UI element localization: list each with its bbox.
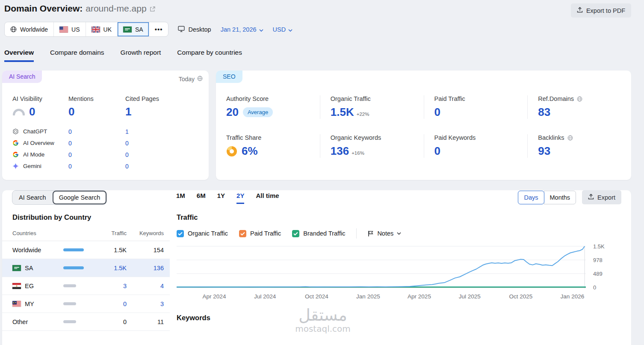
metric-number: 1.5K [331,106,354,119]
metric-number: 0 [68,105,74,118]
location-us[interactable]: US [54,22,86,36]
device-selector[interactable]: Desktop [178,26,211,33]
seo-metric-backlinks: Backlinks93 [527,134,631,158]
period-selector[interactable]: Today [179,76,203,83]
ai-engine-row-ai-mode[interactable]: AI Mode00 [12,149,198,160]
ai-metric-ai-visibility: AI Visibility0 [12,95,68,118]
engine-cited-pages: 0 [125,163,198,170]
engine-name: Gemini [23,163,68,169]
more-locations-button[interactable]: ••• [149,22,168,36]
checkbox-checked-icon[interactable] [239,230,246,237]
country-row-eg[interactable]: EG34 [2,277,170,295]
metric-label: Paid Traffic [434,95,520,102]
svg-text:Oct 2024: Oct 2024 [305,293,328,300]
engine-cited-pages: 0 [125,151,198,158]
country-keywords: 3 [127,301,164,307]
location-uk[interactable]: UK [86,22,118,36]
chatgpt-icon [12,128,23,135]
ai-metric-mentions: Mentions0 [68,95,125,118]
column-countries: Countries [12,230,55,236]
engine-name: ChatGPT [23,128,68,135]
spacer [55,230,92,236]
time-range-tabs: 1M6M1Y2YAll time [176,192,279,204]
range-1y[interactable]: 1Y [217,192,225,204]
sa-flag-icon [123,27,132,32]
range-6m[interactable]: 6M [197,192,206,204]
seo-metric-paid-keywords: Paid Keywords0 [424,134,528,158]
country-keywords: 4 [127,283,164,289]
country-name: MY [12,301,55,307]
metric-delta: +22% [357,112,369,117]
country-label: EG [25,283,34,289]
checkbox-checked-icon[interactable] [292,230,299,237]
currency-label: USD [273,26,286,33]
country-row-sa[interactable]: SA1.5K136 [2,259,170,277]
external-link-icon[interactable] [150,6,155,12]
granularity-months[interactable]: Months [544,191,576,204]
seo-badge: SEO [216,71,242,83]
country-traffic: 0 [92,318,127,325]
location-sa[interactable]: SA [118,22,149,36]
legend-branded-traffic[interactable]: Branded Traffic [292,230,345,237]
metric-value: 20Average [226,106,312,119]
traffic-title: Traffic [177,213,631,221]
chart-legend: Organic TrafficPaid TrafficBranded Traff… [177,228,631,239]
legend-label: Organic Traffic [188,230,228,237]
chevron-down-icon [259,26,263,33]
globe-icon [577,96,582,102]
ai-engine-row-gemini[interactable]: Gemini00 [12,160,198,172]
gemini-icon [12,163,23,169]
tab-compare-by-countries[interactable]: Compare by countries [177,49,242,62]
range-2y[interactable]: 2Y [236,192,244,204]
ai-engine-rows: ChatGPT01AI Overview00AI Mode00Gemini00 [2,126,209,172]
metric-number: 0 [434,106,440,119]
location-worldwide[interactable]: Worldwide [5,22,54,36]
notes-dropdown[interactable]: Notes [368,230,401,237]
search-toggle-ai-search[interactable]: AI Search [12,191,53,204]
chevron-down-icon [288,26,292,33]
legend-label: Branded Traffic [303,230,345,237]
metric-value: 1.5K+22% [331,106,416,119]
right-controls: DaysMonths Export [518,190,621,204]
granularity-days[interactable]: Days [518,191,544,204]
country-traffic: 0 [92,301,127,307]
seo-card: SEO Authority Score20AverageOrganic Traf… [216,71,631,180]
seo-metric-organic-keywords: Organic Keywords136+16% [320,134,424,158]
domain-overview-page: Domain Overview: around-me.app Export to… [0,0,644,345]
country-traffic: 1.5K [92,265,127,271]
search-type-toggle: AI SearchGoogle Search [12,190,107,205]
ai-engine-row-chatgpt[interactable]: ChatGPT01 [12,126,198,137]
country-label: Worldwide [12,247,41,254]
country-keywords: 136 [127,265,164,271]
legend-paid-traffic[interactable]: Paid Traffic [239,230,281,237]
range-all-time[interactable]: All time [256,192,279,204]
country-label: SA [25,265,33,271]
metric-number: 0 [434,144,440,158]
country-row-my[interactable]: MY03 [2,295,170,313]
checkbox-checked-icon[interactable] [177,230,184,237]
tab-compare-domains[interactable]: Compare domains [50,49,104,62]
tab-overview[interactable]: Overview [4,49,34,62]
seo-metric-traffic-share: Traffic Share6% [216,134,320,158]
export-pdf-button[interactable]: Export to PDF [571,3,631,18]
globe-icon [10,26,17,32]
traffic-line-chart[interactable]: 1.5K9784890Apr 2024Jul 2024Oct 2024Jan 2… [177,243,621,307]
metric-value: 93 [538,144,623,158]
date-selector[interactable]: Jan 21, 2026 [221,26,263,33]
metric-label-text: Organic Traffic [331,95,371,102]
ai-engine-row-ai-overview[interactable]: AI Overview00 [12,137,198,149]
divider [356,228,357,239]
currency-selector[interactable]: USD [273,26,293,33]
legend-organic-traffic[interactable]: Organic Traffic [177,230,228,237]
visibility-gauge-icon [12,108,25,115]
search-toggle-google-search[interactable]: Google Search [53,191,107,204]
tab-growth-report[interactable]: Growth report [121,49,161,62]
range-1m[interactable]: 1M [176,192,185,204]
metric-label: Organic Traffic [331,95,416,102]
google-icon [12,151,23,158]
country-row-worldwide[interactable]: Worldwide1.5K154 [2,241,170,259]
export-button[interactable]: Export [582,190,621,204]
distribution-header: CountriesTrafficKeywords [2,221,170,241]
country-row-other[interactable]: Other011 [2,313,170,331]
metric-label: Paid Keywords [434,134,520,141]
